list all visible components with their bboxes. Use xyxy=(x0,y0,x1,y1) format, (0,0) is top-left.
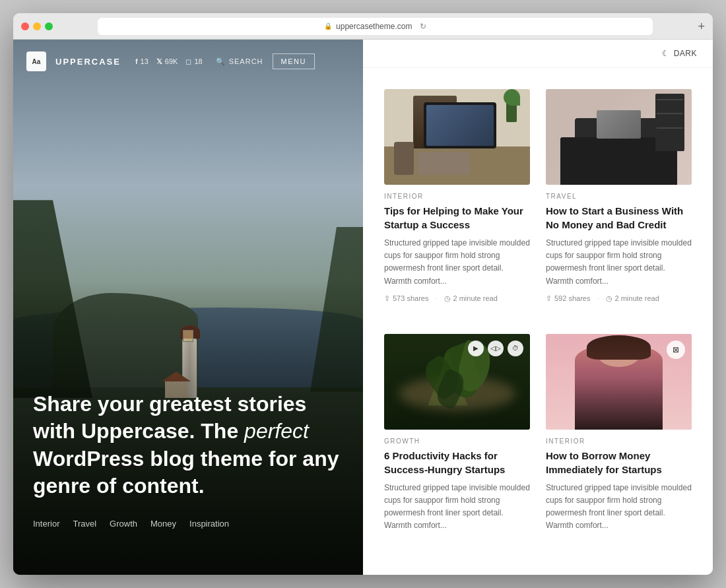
new-tab-button[interactable]: + xyxy=(698,20,705,32)
logo-text: Aa xyxy=(32,58,41,65)
traffic-lights xyxy=(21,22,53,30)
facebook-link[interactable]: f 13 xyxy=(135,57,148,65)
articles-grid: INTERIOR Tips for Helping to Make Your S… xyxy=(363,68,713,575)
menu-label: MENU xyxy=(281,57,306,65)
article-card-2[interactable]: TRAVEL How to Start a Business With No M… xyxy=(538,81,700,326)
instagram-icon: ◻ xyxy=(185,57,191,66)
facebook-count: 13 xyxy=(141,57,148,65)
share-icon-1: ⇧ xyxy=(384,294,390,303)
menu-button[interactable]: MENU xyxy=(273,53,315,69)
meta-dot-1: · xyxy=(435,294,437,302)
browser-body: Aa UPPERCASE f 13 𝕏 69K ◻ 18 xyxy=(13,40,713,575)
media-icons-overlay: ▶ ◁▷ ⏱ xyxy=(468,341,523,356)
category-growth[interactable]: Growth xyxy=(110,519,137,529)
instagram-link[interactable]: ◻ 18 xyxy=(185,57,202,66)
twitter-icon: 𝕏 xyxy=(156,57,162,66)
reload-icon[interactable]: ↻ xyxy=(420,22,426,31)
readtime-text-1: 2 minute read xyxy=(453,294,498,302)
browser-window: 🔒 uppercasetheme.com ↻ + xyxy=(13,13,713,575)
play-icon[interactable]: ▶ xyxy=(468,341,484,356)
clock-icon-2: ◷ xyxy=(606,294,612,303)
right-panel: ☾ DARK xyxy=(363,40,713,575)
article-category-2: TRAVEL xyxy=(546,193,692,200)
browser-chrome: 🔒 uppercasetheme.com ↻ + xyxy=(13,13,713,40)
address-bar[interactable]: 🔒 uppercasetheme.com ↻ xyxy=(98,18,653,35)
article-thumb-3: ▶ ◁▷ ⏱ xyxy=(384,334,530,430)
dark-label: DARK xyxy=(674,49,697,58)
article-card-4[interactable]: ⊠ INTERIOR How to Borrow Money Immediate… xyxy=(538,326,700,562)
site-name: UPPERCASE xyxy=(55,57,121,67)
article-thumb-1 xyxy=(384,89,530,185)
article-shares-1: ⇧ 573 shares xyxy=(384,294,428,303)
hero-title-part2: WordPress blog theme for any genre of co… xyxy=(33,447,339,498)
article-excerpt-1: Structured gripped tape invisible moulde… xyxy=(384,237,530,288)
bookmark-icon[interactable]: ⊠ xyxy=(667,341,685,359)
logo-box: Aa xyxy=(26,51,46,71)
article-title-1: Tips for Helping to Make Your Startup a … xyxy=(384,204,530,232)
social-links: f 13 𝕏 69K ◻ 18 xyxy=(135,57,203,66)
moon-icon: ☾ xyxy=(662,49,670,58)
hero-title: Share your greatest stories with Upperca… xyxy=(33,391,343,500)
twitter-count: 69K xyxy=(165,57,178,65)
article-title-4: How to Borrow Money Immediately for Star… xyxy=(546,449,692,476)
left-header: Aa UPPERCASE f 13 𝕏 69K ◻ 18 xyxy=(13,40,363,83)
hero-content: Share your greatest stories with Upperca… xyxy=(33,391,343,529)
article-excerpt-3: Structured gripped tape invisible moulde… xyxy=(384,482,530,533)
right-header: ☾ DARK xyxy=(363,40,713,68)
category-travel[interactable]: Travel xyxy=(73,519,96,529)
category-inspiration[interactable]: Inspiration xyxy=(189,519,229,529)
facebook-icon: f xyxy=(135,57,138,65)
dark-toggle[interactable]: ☾ DARK xyxy=(662,49,697,58)
meta-dot-2: · xyxy=(597,294,599,302)
hero-title-italic: perfect xyxy=(244,419,309,443)
article-title-2: How to Start a Business With No Money an… xyxy=(546,204,692,232)
article-card-3[interactable]: ▶ ◁▷ ⏱ GROWTH 6 Productivity Hacks for S… xyxy=(376,326,538,562)
close-button[interactable] xyxy=(21,22,29,30)
article-readtime-1: ◷ 2 minute read xyxy=(444,294,498,303)
category-money[interactable]: Money xyxy=(150,519,176,529)
article-excerpt-2: Structured gripped tape invisible moulde… xyxy=(546,237,692,288)
minimize-button[interactable] xyxy=(33,22,41,30)
clock-icon-1: ◷ xyxy=(444,294,451,303)
timer-icon[interactable]: ⏱ xyxy=(508,341,523,356)
share-icon-2: ⇧ xyxy=(546,294,552,303)
article-title-3: 6 Productivity Hacks for Success-Hungry … xyxy=(384,449,530,476)
readtime-text-2: 2 minute read xyxy=(615,294,659,302)
search-button[interactable]: 🔍 SEARCH xyxy=(216,57,263,66)
url-text: uppercasetheme.com xyxy=(336,22,412,31)
article-shares-2: ⇧ 592 shares xyxy=(546,294,590,303)
category-interior[interactable]: Interior xyxy=(33,519,59,529)
maximize-button[interactable] xyxy=(45,22,53,30)
shares-count-1: 573 shares xyxy=(393,294,428,302)
article-meta-1: ⇧ 573 shares · ◷ 2 minute read xyxy=(384,294,530,303)
left-panel: Aa UPPERCASE f 13 𝕏 69K ◻ 18 xyxy=(13,40,363,575)
article-card-1[interactable]: INTERIOR Tips for Helping to Make Your S… xyxy=(376,81,538,326)
article-thumb-4: ⊠ xyxy=(546,334,692,430)
search-label: SEARCH xyxy=(229,57,263,65)
rewind-icon[interactable]: ◁▷ xyxy=(488,341,504,356)
article-category-4: INTERIOR xyxy=(546,438,692,445)
twitter-link[interactable]: 𝕏 69K xyxy=(156,57,178,66)
category-links: Interior Travel Growth Money Inspiration xyxy=(33,519,343,529)
article-excerpt-4: Structured gripped tape invisible moulde… xyxy=(546,482,692,533)
instagram-count: 18 xyxy=(194,57,202,65)
article-thumb-2 xyxy=(546,89,692,185)
search-icon: 🔍 xyxy=(216,57,226,66)
article-category-3: GROWTH xyxy=(384,438,530,445)
shares-count-2: 592 shares xyxy=(554,294,590,302)
article-meta-2: ⇧ 592 shares · ◷ 2 minute read xyxy=(546,294,692,303)
article-category-1: INTERIOR xyxy=(384,193,530,200)
lock-icon: 🔒 xyxy=(324,22,332,30)
article-readtime-2: ◷ 2 minute read xyxy=(606,294,659,303)
